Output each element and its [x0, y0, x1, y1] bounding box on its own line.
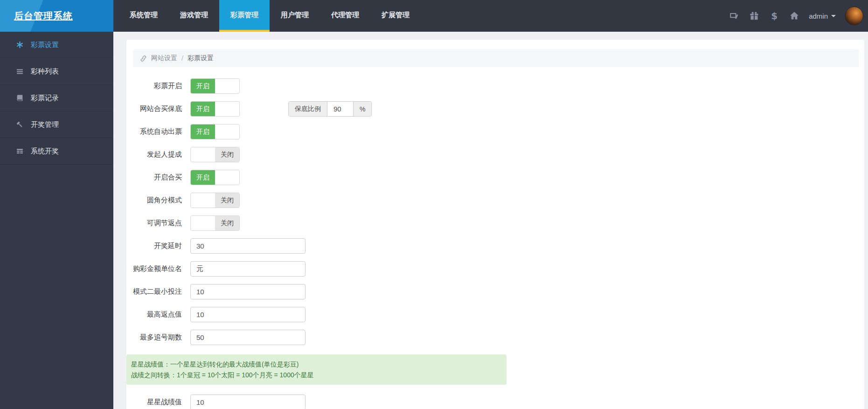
- guarantee-ratio-input[interactable]: [327, 102, 353, 116]
- user-name: admin: [809, 12, 828, 20]
- info-alert-line2: 战绩之间转换：1个皇冠 = 10个太阳 = 100个月亮 = 1000个星星: [131, 370, 500, 381]
- form-row: 圆角分模式 关闭: [133, 193, 859, 208]
- form-row: 网站合买保底 开启 保底比例 %: [133, 101, 859, 117]
- toggle-off-half: [215, 170, 239, 185]
- sidebar: 彩票设置 彩种列表 彩票记录 开奖管理 系统开奖: [0, 32, 113, 409]
- top-nav-tab[interactable]: 系统管理: [118, 0, 169, 32]
- form-row-label: 最高返点值: [133, 310, 182, 319]
- top-nav-tab[interactable]: 代理管理: [320, 0, 370, 32]
- toggle-switch[interactable]: 关闭: [190, 193, 240, 208]
- form-row-label: 系统自动出票: [133, 127, 182, 136]
- form-row: 最高返点值: [133, 307, 859, 322]
- top-nav-tab-label: 扩展管理: [382, 11, 410, 20]
- form-row: 开奖延时: [133, 238, 859, 254]
- percent-unit-label: %: [353, 102, 371, 116]
- form-row-label: 圆角分模式: [133, 196, 182, 205]
- toggle-off-half: 关闭: [215, 147, 239, 162]
- toggle-on-half: [191, 193, 215, 208]
- breadcrumb-parent[interactable]: 网站设置: [151, 54, 177, 62]
- form-row-label: 星星战绩值: [133, 398, 182, 407]
- list-icon: [16, 68, 24, 76]
- form-text-input[interactable]: [190, 330, 306, 345]
- form-row-label: 发起人提成: [133, 150, 182, 159]
- toggle-on-half: 开启: [191, 79, 215, 93]
- toggle-switch[interactable]: 开启: [190, 101, 240, 117]
- form-row-label: 开奖延时: [133, 242, 182, 250]
- chevron-down-icon: [831, 15, 836, 17]
- top-nav-tab-label: 用户管理: [281, 11, 309, 20]
- settings-form: 彩票开启 开启 网站合买保底 开启 保底比例 % 系统自动出票 开启 发起人提成…: [133, 78, 859, 409]
- dollar-icon[interactable]: $: [769, 10, 780, 21]
- sidebar-item[interactable]: 彩票记录: [0, 85, 113, 111]
- form-row-label: 模式二最小投注: [133, 287, 182, 296]
- top-nav-tab-label: 代理管理: [331, 11, 359, 20]
- main-content: 网站设置 / 彩票设置 彩票开启 开启 网站合买保底 开启 保底比例 % 系统自…: [113, 32, 868, 409]
- sidebar-item[interactable]: 彩票设置: [0, 32, 113, 58]
- form-row: 可调节返点 关闭: [133, 215, 859, 231]
- sidebar-item-label: 彩票记录: [31, 94, 59, 103]
- form-row-label: 彩票开启: [133, 82, 182, 90]
- toggle-switch[interactable]: 关闭: [190, 147, 240, 162]
- form-row-label: 开启合买: [133, 173, 182, 182]
- toggle-off-half: [215, 79, 239, 93]
- form-row: 最多追号期数: [133, 330, 859, 345]
- sidebar-item[interactable]: 开奖管理: [0, 111, 113, 138]
- app-logo[interactable]: 后台管理系统: [0, 0, 113, 32]
- monitor-icon[interactable]: [729, 10, 740, 21]
- form-row-label: 网站合买保底: [133, 104, 182, 113]
- table-icon: [16, 147, 24, 155]
- toggle-on-half: 开启: [191, 170, 215, 185]
- sidebar-item[interactable]: 彩种列表: [0, 58, 113, 85]
- top-nav-tab[interactable]: 游戏管理: [169, 0, 219, 32]
- toggle-on-half: 开启: [191, 102, 215, 116]
- gift-icon[interactable]: [749, 10, 760, 21]
- toggle-switch[interactable]: 开启: [190, 78, 240, 94]
- top-nav: 系统管理 游戏管理 彩票管理 用户管理 代理管理 扩展管理: [118, 0, 421, 32]
- toggle-off-half: [215, 125, 239, 139]
- book-icon: [16, 94, 24, 102]
- gavel-icon: [16, 121, 24, 129]
- header-right: $ admin: [729, 0, 868, 32]
- top-nav-tab-label: 游戏管理: [180, 11, 208, 20]
- form-row: 星星战绩值: [133, 395, 859, 409]
- top-nav-tab[interactable]: 彩票管理: [219, 0, 270, 32]
- breadcrumb-separator: /: [181, 55, 183, 62]
- home-icon[interactable]: [789, 10, 800, 21]
- top-nav-tab-label: 彩票管理: [230, 11, 258, 20]
- form-row: 发起人提成 关闭: [133, 147, 859, 162]
- toggle-off-half: 关闭: [215, 193, 239, 208]
- toggle-on-half: [191, 147, 215, 162]
- link-icon: [140, 55, 147, 62]
- toggle-off-half: [215, 102, 239, 116]
- form-text-input[interactable]: [190, 395, 306, 409]
- breadcrumb-current: 彩票设置: [187, 54, 214, 62]
- form-row: 购彩金额单位名: [133, 261, 859, 277]
- form-row-label: 最多追号期数: [133, 333, 182, 342]
- toggle-switch[interactable]: 开启: [190, 124, 240, 139]
- toggle-switch[interactable]: 开启: [190, 170, 240, 185]
- sidebar-item[interactable]: 系统开奖: [0, 138, 113, 165]
- top-nav-tab[interactable]: 扩展管理: [370, 0, 421, 32]
- form-row-label: 购彩金额单位名: [133, 264, 182, 273]
- top-header: 后台管理系统 系统管理 游戏管理 彩票管理 用户管理 代理管理 扩展管理 $ a…: [0, 0, 868, 32]
- sidebar-item-label: 开奖管理: [31, 120, 59, 129]
- form-text-input[interactable]: [190, 261, 306, 277]
- toggle-on-half: 开启: [191, 125, 215, 139]
- form-text-input[interactable]: [190, 284, 306, 299]
- sidebar-item-label: 彩票设置: [31, 41, 59, 49]
- toggle-off-half: 关闭: [215, 216, 239, 230]
- sidebar-item-label: 彩种列表: [31, 67, 59, 76]
- user-dropdown[interactable]: admin: [809, 12, 836, 20]
- form-text-input[interactable]: [190, 238, 306, 254]
- toggle-on-half: [191, 216, 215, 230]
- info-alert: 星星战绩值：一个星星达到转化的最大战绩值(单位是彩豆) 战绩之间转换：1个皇冠 …: [126, 354, 507, 385]
- info-alert-line1: 星星战绩值：一个星星达到转化的最大战绩值(单位是彩豆): [131, 359, 500, 370]
- form-row: 系统自动出票 开启: [133, 124, 859, 139]
- top-nav-tab-label: 系统管理: [130, 11, 158, 20]
- sidebar-item-label: 系统开奖: [31, 147, 59, 156]
- content-card: 网站设置 / 彩票设置 彩票开启 开启 网站合买保底 开启 保底比例 % 系统自…: [126, 40, 864, 409]
- toggle-switch[interactable]: 关闭: [190, 215, 240, 231]
- form-text-input[interactable]: [190, 307, 306, 322]
- top-nav-tab[interactable]: 用户管理: [270, 0, 320, 32]
- avatar[interactable]: [845, 7, 863, 25]
